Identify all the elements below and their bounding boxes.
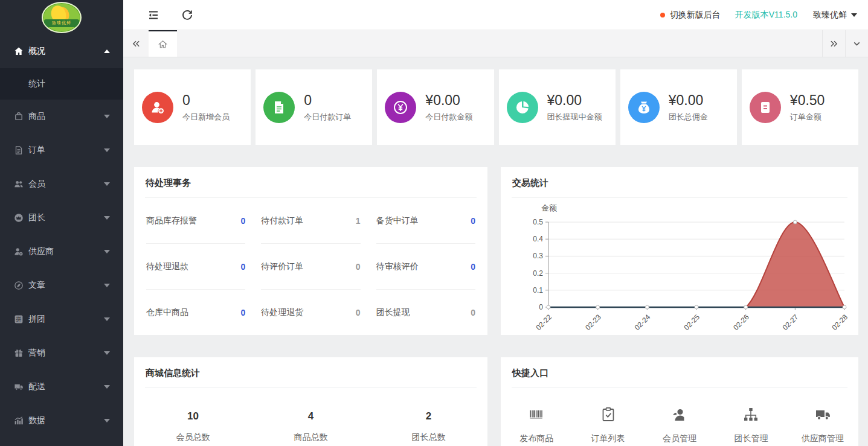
stat-label: 今日新增会员: [182, 112, 230, 123]
pending-item[interactable]: 待审核评价 0: [376, 244, 475, 290]
sidebar-item-label: 拼团: [28, 314, 104, 325]
clipboard-check-icon: [600, 406, 617, 425]
quick-entry-order-list[interactable]: 订单列表: [572, 406, 643, 444]
money-bag-icon: [628, 92, 660, 123]
chevron-down-icon: [104, 317, 110, 321]
pending-item[interactable]: 待评价订单 0: [261, 244, 360, 290]
switch-new-admin-link[interactable]: 切换新版后台: [660, 10, 721, 21]
yen-coin-icon: [385, 92, 416, 123]
chevron-up-icon: [104, 49, 110, 53]
svg-text:0.3: 0.3: [533, 252, 543, 260]
svg-text:02-25: 02-25: [683, 313, 702, 332]
stat-card-leader-commission: ¥0.00 团长总佣金: [620, 69, 737, 145]
sidebar-item-goods[interactable]: 商品: [0, 100, 123, 133]
pending-item[interactable]: 待处理退货 0: [261, 290, 360, 336]
stat-label: 订单金额: [790, 112, 825, 123]
user-plus-icon: [142, 92, 173, 123]
home-icon: [14, 46, 24, 56]
stat-value: ¥0.00: [669, 92, 708, 109]
quick-entry-member-management[interactable]: 会员管理: [644, 406, 715, 444]
tabs-empty-space: [177, 30, 822, 57]
sidebar-item-marketing[interactable]: 营销: [0, 336, 123, 370]
sidebar-item-label: 会员: [28, 179, 104, 190]
sidebar-item-members[interactable]: 会员: [0, 167, 123, 201]
sidebar-item-data[interactable]: 数据: [0, 404, 123, 438]
sidebar-item-label: 数据: [28, 415, 104, 426]
stat-value: ¥0.00: [547, 92, 602, 109]
quick-entry-leader-management[interactable]: 团长管理: [715, 406, 786, 444]
tab-home[interactable]: [149, 30, 177, 57]
stat-card-paid-orders: 0 今日付款订单: [256, 69, 372, 145]
pending-item[interactable]: 待处理退款 0: [146, 244, 245, 290]
tabs-scroll-left-button[interactable]: [123, 30, 149, 57]
compass-icon: [14, 281, 24, 290]
stat-value: 0: [182, 92, 230, 109]
mall-stat-total-goods[interactable]: 4 商品总数: [252, 410, 370, 443]
svg-text:02-28: 02-28: [831, 313, 850, 332]
sidebar-item-label: 营销: [28, 348, 104, 358]
chevron-down-icon: [104, 216, 110, 220]
sidebar-item-label: 文章: [28, 280, 104, 291]
mall-stat-total-leaders[interactable]: 2 团长总数: [370, 410, 487, 443]
stat-value: ¥0.00: [425, 92, 472, 109]
receipt-icon: [750, 92, 781, 123]
refresh-icon[interactable]: [181, 9, 193, 21]
svg-text:0.4: 0.4: [533, 235, 543, 243]
user-menu[interactable]: 致臻优鲜: [813, 10, 857, 21]
sidebar-item-leaders[interactable]: 团长: [0, 201, 123, 235]
collapse-sidebar-icon[interactable]: [147, 9, 159, 21]
svg-text:02-23: 02-23: [583, 313, 603, 332]
stat-card-order-amount: ¥0.50 订单金额: [742, 69, 858, 145]
panel-row-middle: 待处理事务 商品库存报警 0 待付款订单 1 备货中订单: [134, 167, 858, 335]
main-area: 切换新版后台 开发版本V11.5.0 致臻优鲜: [123, 0, 868, 446]
stat-label: 今日付款订单: [304, 112, 351, 123]
truck-icon: [814, 406, 831, 425]
bar-chart-icon: [14, 416, 24, 425]
stat-card-paid-amount: ¥0.00 今日付款金额: [377, 69, 493, 145]
mall-stats-body: 10 会员总数 4 商品总数 2 团长总数: [134, 388, 487, 443]
quick-entry-title: 快捷入口: [501, 357, 858, 387]
pending-item[interactable]: 仓库中商品 0: [146, 290, 245, 336]
sidebar-item-groupbuy[interactable]: 拼 拼团: [0, 302, 123, 336]
pending-panel: 待处理事务 商品库存报警 0 待付款订单 1 备货中订单: [134, 167, 487, 335]
tabs-scroll-right-button[interactable]: [822, 30, 845, 57]
pending-item[interactable]: 商品库存报警 0: [146, 198, 245, 244]
pending-item[interactable]: 团长提现 0: [376, 290, 475, 336]
brand-logo-icon: 致臻优鲜: [42, 2, 82, 33]
quick-entry-publish-goods[interactable]: 发布商品: [501, 406, 572, 444]
groupbuy-square-icon: 拼: [14, 314, 24, 324]
gift-icon: [14, 348, 24, 358]
sidebar-item-articles[interactable]: 文章: [0, 269, 123, 302]
tabs-menu-button[interactable]: [845, 30, 868, 57]
sidebar-item-overview[interactable]: 概况: [0, 34, 123, 68]
stat-value: ¥0.50: [790, 92, 825, 109]
shopping-bag-icon: [14, 112, 24, 121]
sidebar-item-label: 团长: [28, 212, 104, 223]
sidebar-item-suppliers[interactable]: 供应商: [0, 235, 123, 269]
stat-label: 团长总佣金: [669, 112, 708, 123]
svg-text:0.1: 0.1: [533, 286, 543, 295]
chevron-down-icon: [104, 385, 110, 389]
user-badge-icon: [14, 247, 24, 256]
mall-stat-total-members[interactable]: 10 会员总数: [134, 410, 252, 443]
pending-grid: 商品库存报警 0 待付款订单 1 备货中订单 0 待处理退款: [134, 198, 487, 336]
sidebar-item-orders[interactable]: 订单: [0, 133, 123, 167]
chart-body: 00.10.20.30.40.5金额02-2202-2302-2402-2502…: [501, 198, 858, 332]
sidebar-menu: 概况 统计 商品: [0, 34, 123, 438]
quick-entry-panel: 快捷入口 发布商: [501, 357, 858, 446]
quick-entry-supplier-management[interactable]: 供应商管理: [787, 406, 858, 444]
svg-text:02-27: 02-27: [781, 313, 800, 332]
sidebar-item-statistics[interactable]: 统计: [0, 68, 123, 100]
mall-stats-panel: 商城信息统计 10 会员总数 4 商品总数 2 团长总数: [134, 357, 487, 446]
sidebar-submenu: 统计: [0, 68, 123, 100]
stat-label: 团长提现中金额: [547, 112, 602, 123]
user-name: 致臻优鲜: [813, 10, 847, 21]
svg-text:0.5: 0.5: [533, 218, 543, 226]
sidebar-item-delivery[interactable]: 配送: [0, 370, 123, 404]
dashboard-content: 0 今日新增会员 0 今日付款订单: [123, 57, 868, 446]
barcode-icon: [528, 406, 545, 425]
transaction-stats-panel: 交易统计 00.10.20.30.40.5金额02-2202-2302-2402…: [501, 167, 858, 335]
pending-item[interactable]: 备货中订单 0: [376, 198, 475, 244]
pending-item[interactable]: 待付款订单 1: [261, 198, 360, 244]
version-link[interactable]: 开发版本V11.5.0: [735, 10, 797, 21]
